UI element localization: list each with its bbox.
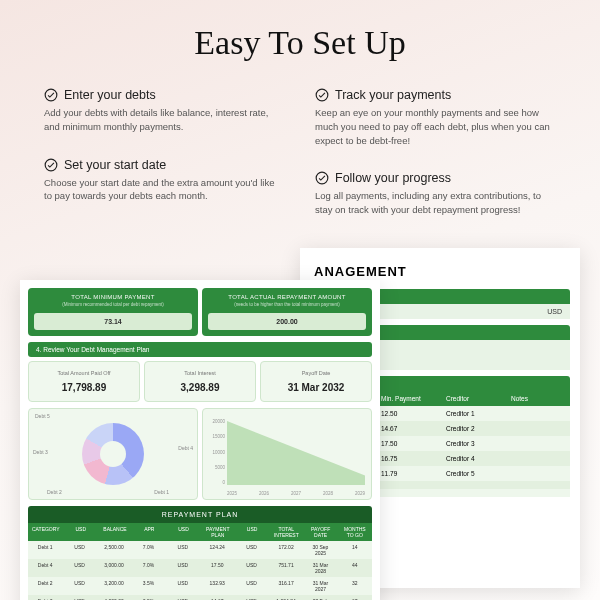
feature-desc: Keep an eye on your monthly payments and… [315,106,556,147]
feature-desc: Log all payments, including any extra co… [315,189,556,217]
feature-track-payments: Track your payments Keep an eye on your … [315,88,556,147]
feature-desc: Add your debts with details like balance… [44,106,285,134]
feature-follow-progress: Follow your progress Log all payments, i… [315,171,556,217]
sheet-plan: TOTAL MINIMUM PAYMENT (Minimum recommend… [20,280,380,600]
check-circle-icon [315,88,329,102]
repayment-header: CATEGORYUSDBALANCEAPRUSDPAYMENT PLANUSDT… [28,523,372,541]
donut-icon [82,423,144,485]
svg-point-0 [45,89,57,101]
table-row: Debt 4USD3,000.007.0%USD17.50USD751.7131… [28,559,372,577]
card-total-interest: Total Interest3,298.89 [144,361,256,402]
sheet-b-heading: ANAGEMENT [314,264,570,279]
card-min-payment: TOTAL MINIMUM PAYMENT (Minimum recommend… [28,288,198,336]
card-total-paid: Total Amount Paid Off17,798.89 [28,361,140,402]
area-chart: 20000 15000 10000 5000 0 2025 2026 2027 … [202,408,372,500]
svg-point-3 [316,172,328,184]
svg-point-2 [316,89,328,101]
svg-point-1 [45,159,57,171]
table-row: Debt 2USD3,200.003.5%USD132.93USD316.173… [28,577,372,595]
feature-title: Follow your progress [335,171,451,185]
feature-title: Track your payments [335,88,451,102]
page-title: Easy To Set Up [0,24,600,62]
card-actual-repayment: TOTAL ACTUAL REPAYMENT AMOUNT (needs to … [202,288,372,336]
screenshot-stack: ANAGEMENT your currency USD t the start … [20,248,580,600]
repayment-body: Debt 1USD2,500.007.0%USD124.24USD172.023… [28,541,372,600]
feature-title: Enter your debts [64,88,156,102]
feature-set-date: Set your start date Choose your start da… [44,158,285,204]
table-row: Debt 3USD4,000.003.5%USD14.67USD1,024.84… [28,595,372,600]
check-circle-icon [44,88,58,102]
feature-desc: Choose your start date and the extra amo… [44,176,285,204]
check-circle-icon [44,158,58,172]
feature-enter-debts: Enter your debts Add your debts with det… [44,88,285,134]
feature-grid: Enter your debts Add your debts with det… [0,88,600,241]
repayment-plan-title: REPAYMENT PLAN [28,506,372,523]
card-payoff-date: Payoff Date31 Mar 2032 [260,361,372,402]
table-row: Debt 1USD2,500.007.0%USD124.24USD172.023… [28,541,372,559]
section-review: 4. Review Your Debt Management Plan [28,342,372,357]
check-circle-icon [315,171,329,185]
area-fill [227,421,365,485]
donut-chart: Debt 5 Debt 3 Debt 2 Debt 1 Debt 4 [28,408,198,500]
feature-title: Set your start date [64,158,166,172]
